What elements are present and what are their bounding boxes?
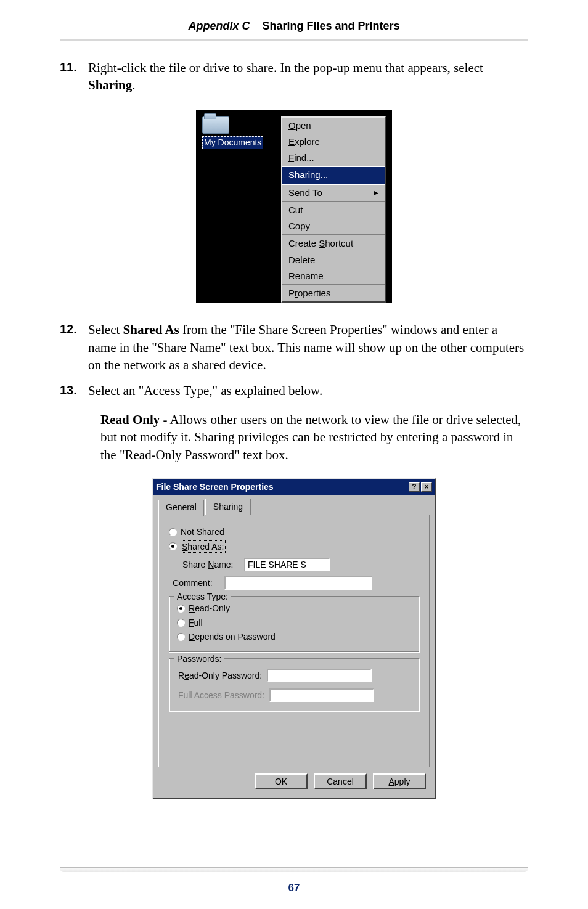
full-access-password-label: Full Access Password:: [178, 690, 264, 701]
full-access-password-input: [269, 688, 374, 702]
comment-input[interactable]: [224, 576, 372, 590]
close-button[interactable]: ×: [421, 482, 432, 492]
menu-item-open[interactable]: Open: [282, 118, 385, 134]
step-body: Select an "Access Type," as explained be…: [88, 382, 528, 399]
bold-word: Read Only: [100, 412, 160, 427]
share-name-label: Share Name:: [182, 559, 238, 571]
passwords-legend: Passwords:: [174, 653, 224, 665]
read-only-password-row: Read-Only Password:: [178, 669, 411, 682]
dialog-tabs: General Sharing: [158, 499, 430, 515]
submenu-arrow-icon: ▶: [374, 189, 378, 197]
radio-not-shared[interactable]: Not Shared: [169, 526, 419, 538]
menu-item-copy[interactable]: Copy: [282, 218, 385, 234]
dialog-titlebar: File Share Screen Properties ? ×: [153, 479, 435, 495]
step-11: 11. Right-click the file or drive to sha…: [60, 59, 528, 94]
menu-item-sharing[interactable]: Sharing...: [282, 167, 385, 183]
text: Right-click the file or drive to share. …: [88, 60, 483, 75]
bold-word: Shared As: [123, 322, 179, 337]
menu-item-rename[interactable]: Rename: [282, 268, 385, 284]
radio-icon: [177, 605, 185, 613]
page-number: 67: [0, 882, 588, 894]
step-number: 11.: [60, 59, 88, 94]
ok-button[interactable]: OK: [255, 773, 308, 789]
dialog-panel: Not Shared Shared As: Share Name: Commen…: [158, 515, 430, 767]
menu-item-delete[interactable]: Delete: [282, 252, 385, 268]
step-12: 12. Select Shared As from the "File Shar…: [60, 321, 528, 373]
menu-item-create-shortcut[interactable]: Create Shortcut: [282, 235, 385, 251]
comment-label: Comment:: [173, 577, 218, 589]
context-menu-figure-wrap: My Documents Open Explore Find... Sharin…: [60, 110, 528, 303]
cancel-button[interactable]: Cancel: [314, 773, 367, 789]
menu-item-cut[interactable]: Cut: [282, 202, 385, 218]
full-access-password-row: Full Access Password:: [178, 688, 411, 702]
bold-word: Sharing: [88, 78, 132, 92]
step-body: Select Shared As from the "File Share Sc…: [88, 321, 528, 373]
tab-sharing[interactable]: Sharing: [205, 499, 251, 515]
step-number: 12.: [60, 321, 88, 373]
appendix-label: Appendix C: [188, 20, 250, 32]
text: Select: [88, 322, 123, 337]
step-number: 13.: [60, 382, 88, 399]
step-body: Right-click the file or drive to share. …: [88, 59, 528, 94]
context-menu-figure: My Documents Open Explore Find... Sharin…: [196, 110, 392, 303]
menu-item-send-to[interactable]: Send To ▶: [282, 185, 385, 201]
read-only-paragraph: Read Only - Allows other users on the ne…: [100, 411, 528, 463]
page-header: Appendix C Sharing Files and Printers: [0, 0, 588, 33]
share-name-row: Share Name:: [182, 558, 419, 571]
radio-icon: [169, 528, 177, 536]
page-content: 11. Right-click the file or drive to sha…: [60, 41, 528, 799]
read-only-password-input[interactable]: [267, 669, 372, 682]
comment-row: Comment:: [173, 576, 419, 590]
context-menu: Open Explore Find... Sharing... Send To …: [281, 116, 386, 303]
desktop-icon-label[interactable]: My Documents: [202, 136, 263, 149]
passwords-group: Passwords: Read-Only Password: Full Acce…: [169, 658, 419, 711]
access-type-group: Access Type: Read-Only Full Depends on P…: [169, 596, 419, 652]
share-name-input[interactable]: [244, 558, 330, 571]
menu-item-properties[interactable]: Properties: [282, 285, 385, 301]
properties-dialog-figure-wrap: File Share Screen Properties ? × General…: [60, 478, 528, 799]
read-only-password-label: Read-Only Password:: [178, 670, 262, 682]
radio-icon: [177, 619, 185, 627]
menu-item-find[interactable]: Find...: [282, 150, 385, 166]
dialog-title: File Share Screen Properties: [156, 481, 274, 493]
step-13: 13. Select an "Access Type," as explaine…: [60, 382, 528, 399]
radio-full[interactable]: Full: [177, 617, 411, 629]
dialog-buttons: OK Cancel Apply: [158, 767, 430, 792]
access-type-legend: Access Type:: [174, 591, 231, 603]
footer-rule: [60, 867, 528, 872]
text: Select an "Access Type," as explained be…: [88, 383, 322, 398]
radio-icon: [177, 633, 185, 641]
help-button[interactable]: ?: [409, 482, 420, 492]
radio-icon: [169, 542, 177, 550]
apply-button[interactable]: Apply: [373, 773, 426, 789]
text: .: [132, 78, 135, 92]
folder-icon: [202, 116, 229, 134]
radio-shared-as[interactable]: Shared As:: [169, 540, 419, 553]
radio-read-only[interactable]: Read-Only: [177, 603, 411, 614]
properties-dialog: File Share Screen Properties ? × General…: [152, 478, 436, 799]
menu-item-explore[interactable]: Explore: [282, 134, 385, 150]
tab-general[interactable]: General: [158, 500, 204, 516]
header-title: Sharing Files and Printers: [263, 20, 400, 32]
text: - Allows other users on the network to v…: [100, 412, 521, 462]
radio-depends-on-password[interactable]: Depends on Password: [177, 631, 411, 643]
